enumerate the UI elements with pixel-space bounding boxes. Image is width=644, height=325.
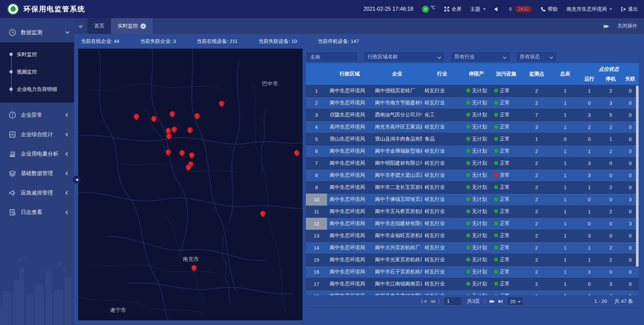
org-dropdown[interactable]: 南充市生态环境局 <box>567 6 612 12</box>
theme-dropdown[interactable]: 主题 <box>470 6 486 12</box>
row-stop-status: 无计划 <box>472 269 487 274</box>
table-row[interactable]: 5 营山生态环境局 营山县润丰肉食品有限 食品 无计划 正常 1 0 0 1 0 <box>306 133 639 145</box>
table-row[interactable]: 16 阆中生态环境局 阆中市石子页岩机砖厂 砖瓦行业 无计划 正常 2 1 3 … <box>306 266 639 278</box>
sidebar-item-log-view[interactable]: 日志查看 <box>0 203 74 222</box>
sidebar-item-realtime-monitoring[interactable]: 实时监控 <box>0 46 74 63</box>
row-halt-count: 2 <box>600 148 622 154</box>
row-company: 阆中千佛镇五郎垭页岩 <box>372 196 422 203</box>
chevron-left-icon <box>65 132 69 136</box>
map-panel[interactable]: 巴中市 南充市 遂宁市 <box>78 49 303 320</box>
sidebar-item-power-load-detail[interactable]: 企业电力负荷明细 <box>0 80 74 98</box>
table-row[interactable]: 3 仪陇生态环境局 西南油气田分公司川中 化工 无计划 正常 7 1 3 5 0 <box>306 109 639 121</box>
submenu-item-label: 实时监控 <box>17 51 37 58</box>
table-row[interactable]: 13 阆中生态环境局 阆中市金福旺页岩机砖 砖瓦行业 无计划 正常 2 1 3 … <box>306 230 639 242</box>
row-facility-status: 正常 <box>500 281 510 286</box>
row-industry: 砖瓦行业 <box>422 257 462 263</box>
sidebar-item-enterprise-anomaly[interactable]: 企业异常 <box>0 105 74 125</box>
row-run-count: 3 <box>579 160 600 166</box>
table-row[interactable]: 9 阆中生态环境局 阆中市二龙长宝页岩砖 砖瓦行业 无计划 正常 2 1 1 2… <box>306 181 639 194</box>
stop-status-dot <box>466 149 470 153</box>
stat-value: 211 <box>230 38 238 44</box>
sidebar-item-emergency-reduction[interactable]: 应急减排管理 <box>0 183 74 203</box>
row-industry: 砖瓦行业 <box>422 88 462 94</box>
tab-realtime-monitoring[interactable]: 实时监控 × <box>111 18 153 34</box>
region-select-value: 行政区域名称 <box>368 54 398 60</box>
mute-button[interactable] <box>494 7 499 12</box>
row-region: 阆中生态环境局 <box>327 196 372 203</box>
row-halt-count: 2 <box>600 209 622 214</box>
table-row[interactable]: 10 阆中生态环境局 阆中千佛镇五郎垭页岩 砖瓦行业 无计划 正常 2 1 0 … <box>306 194 639 206</box>
tab-scroll-left-icon[interactable]: « <box>74 18 88 34</box>
table-row[interactable]: 7 阆中生态环境局 阆中明阳建材有限公司 砖瓦行业 无计划 正常 2 1 3 0… <box>306 157 639 169</box>
close-icon[interactable]: × <box>141 23 146 29</box>
table-row[interactable]: 11 阆中生态环境局 阆中市五马桥页岩机砖 砖瓦行业 无计划 正常 2 1 1 … <box>306 206 639 218</box>
stat-label: 当前失联设备: <box>258 38 290 44</box>
org-name: 南充市生态环境局 <box>567 6 607 12</box>
row-halt-count: 3 <box>600 281 622 287</box>
row-stop-status: 无计划 <box>472 88 487 93</box>
row-monitor-count: 7 <box>522 112 552 118</box>
sidebar-item-data-monitoring[interactable]: 数据监测 <box>0 23 74 42</box>
table-row[interactable]: 1 阆中生态环境局 阆中强锐页岩砖厂 砖瓦行业 无计划 正常 2 1 1 2 0 <box>306 85 639 97</box>
notification-count-badge: 2632 <box>515 6 532 12</box>
row-facility-status: 正常 <box>500 88 510 93</box>
stop-status-dot <box>466 270 470 274</box>
speaker-icon <box>494 7 499 12</box>
table-row[interactable]: 2 阆中生态环境局 阆中市南方节能建材有 砖瓦行业 无计划 正常 2 1 0 3… <box>306 97 639 109</box>
region-select[interactable]: 行政区域名称 <box>363 51 445 62</box>
table-row[interactable]: 15 阆中生态环境局 阆中市光富页岩机砖厂 砖瓦行业 无计划 正常 2 1 1 … <box>306 254 639 266</box>
row-meter-count: 1 <box>552 197 579 202</box>
name-search-input[interactable] <box>306 51 358 62</box>
row-meter-count: 1 <box>552 269 579 275</box>
monitor-clock-icon <box>9 29 16 36</box>
row-meter-count: 1 <box>552 257 579 263</box>
sidebar-item-enterprise-statistics[interactable]: 企业综合统计 <box>0 125 74 144</box>
facility-status-dot <box>494 113 498 117</box>
table-row[interactable]: 6 阆中生态环境局 阆中市金博瑞新型墙材 砖瓦行业 无计划 正常 2 1 1 2… <box>306 145 639 157</box>
sidebar-item-base-data[interactable]: 基础数据管理 <box>0 164 74 183</box>
help-button[interactable]: 帮助 <box>541 6 558 12</box>
page-size-select[interactable]: 20 <box>507 297 524 306</box>
row-company: 阆中市江南镇阆南页岩 <box>372 281 422 287</box>
sidebar-collapse-button[interactable]: ◀ <box>73 176 80 183</box>
sidebar: 数据监测 实时监控 视频监控 企业电力负荷明细 企业异常 企业综合统计 企业用电… <box>0 18 74 325</box>
row-meter-count: 0 <box>552 136 579 142</box>
industry-select[interactable]: 所有行业 <box>450 51 511 62</box>
fullscreen-button[interactable]: 全屏 <box>444 6 462 12</box>
fullscreen-label: 全屏 <box>451 6 462 12</box>
facility-status-dot <box>494 197 498 201</box>
row-index: 18 <box>306 290 327 295</box>
tab-home[interactable]: 首页 <box>88 18 111 34</box>
table-row[interactable]: 12 阆中生态环境局 阆中市忠信建材有限公 砖瓦行业 无计划 正常 2 1 0 … <box>306 218 639 230</box>
notifications[interactable]: 2632 <box>508 6 532 12</box>
top-header: 环保用电监管系统 2021-02-25 17:46:18 0 ℃ 全屏 主题 2… <box>0 0 644 18</box>
row-region: 阆中生态环境局 <box>327 172 372 178</box>
sidebar-item-electricity-analysis[interactable]: 企业用电量分析 <box>0 144 74 164</box>
first-page-button[interactable]: ◀ <box>422 299 425 304</box>
next-page-button[interactable]: ▶▶ <box>490 299 494 304</box>
row-run-count: 3 <box>579 269 600 275</box>
page-number-input[interactable] <box>444 297 462 306</box>
row-region: 高坪生态环境局 <box>327 124 372 130</box>
table-row[interactable]: 14 阆中生态环境局 阆中大兴页岩机砖厂 砖瓦行业 无计划 正常 2 1 1 2… <box>306 242 639 254</box>
table-scrollbar[interactable] <box>636 86 639 267</box>
tab-scroll-right-icon[interactable]: ▶▶ <box>604 23 608 29</box>
prev-page-button[interactable]: ◀◀ <box>430 299 434 304</box>
row-region: 南部生态环境局 <box>327 293 372 295</box>
row-monitor-count: 2 <box>522 88 552 94</box>
close-operations-button[interactable]: 关闭操作 <box>617 23 637 29</box>
table-row[interactable]: 4 高坪生态环境局 南充市高坪区王家店建 砖瓦行业 无计划 正常 3 1 2 2… <box>306 121 639 133</box>
last-page-button[interactable]: ▶ <box>498 299 502 304</box>
row-run-count: 0 <box>579 221 600 226</box>
table-row[interactable]: 17 阆中生态环境局 阆中市江南镇阆南页岩 砖瓦行业 无计划 正常 2 1 0 … <box>306 278 639 290</box>
sidebar-item-video-monitoring[interactable]: 视频监控 <box>0 63 74 80</box>
logout-button[interactable]: 退出 <box>621 6 638 12</box>
table-row[interactable]: 8 阆中生态环境局 阆中市枣碧大梁山页岩 砖瓦行业 无计划 异常 2 1 3 0… <box>306 169 639 181</box>
row-meter-count: 1 <box>552 209 579 214</box>
row-company: 营山县润丰肉食品有限 <box>372 136 422 142</box>
table-row[interactable]: 18 南部生态环境局 南部县鑫丰建材有限公 砖瓦行业 无计划 正常 6 0 0 … <box>306 290 639 295</box>
row-monitor-count: 2 <box>522 100 552 106</box>
row-meter-count: 1 <box>552 160 579 166</box>
row-stop-status: 无计划 <box>472 112 487 117</box>
status-select[interactable]: 所有状态 <box>516 51 557 62</box>
